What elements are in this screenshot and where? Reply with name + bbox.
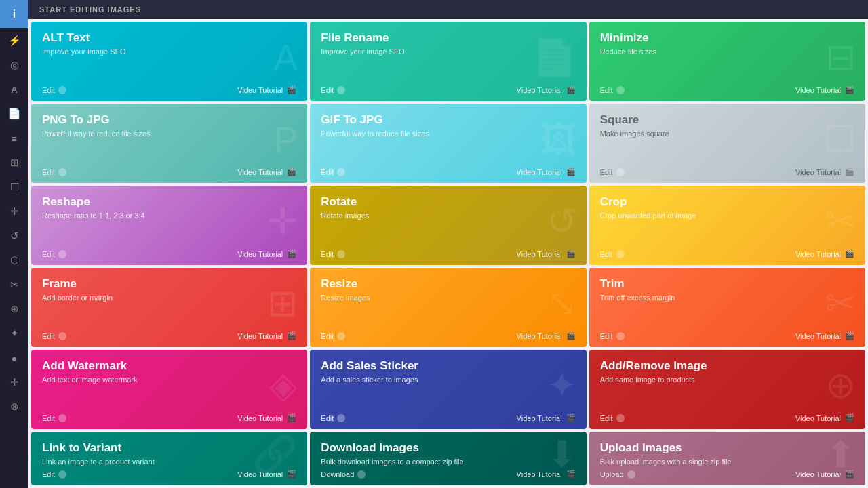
camera-icon: 🎬 bbox=[566, 470, 576, 479]
sidebar-item-frame[interactable]: ☐ bbox=[0, 175, 28, 199]
sidebar-item-grid[interactable]: ⊞ bbox=[0, 150, 28, 175]
card-resize[interactable]: ⤡ Resize Resize images Edit Video Tutori… bbox=[310, 268, 586, 347]
sidebar-item-list[interactable]: ≡ bbox=[0, 126, 28, 150]
edit-link[interactable]: Edit bbox=[321, 250, 345, 258]
edit-link[interactable]: Edit bbox=[321, 168, 345, 176]
edit-link[interactable]: Download bbox=[321, 470, 366, 479]
video-tutorial-link[interactable]: Video Tutorial 🎬 bbox=[237, 413, 296, 422]
video-tutorial-link[interactable]: Video Tutorial 🎬 bbox=[795, 85, 854, 94]
edit-link[interactable]: Edit bbox=[600, 332, 625, 340]
sidebar-item-combine[interactable]: ⊕ bbox=[0, 297, 28, 321]
card-alt-text[interactable]: A ALT Text Improve your image SEO Edit V… bbox=[31, 22, 307, 101]
camera-icon: 🎬 bbox=[287, 470, 296, 479]
edit-link[interactable]: Edit bbox=[42, 250, 66, 258]
camera-icon: 🎬 bbox=[287, 249, 296, 258]
card-png-to-jpg[interactable]: P PNG To JPG Powerful way to reduce file… bbox=[31, 104, 307, 183]
card-trim[interactable]: ✂ Trim Trim off excess margin Edit Video… bbox=[589, 268, 865, 347]
card-link-to-variant[interactable]: 🔗 Link to Variant Link an image to a pro… bbox=[31, 432, 307, 485]
video-label: Video Tutorial bbox=[237, 470, 283, 479]
edit-link[interactable]: Edit bbox=[321, 332, 345, 340]
camera-icon: 🎬 bbox=[845, 331, 854, 340]
card-add-remove-image[interactable]: ⊕ Add/Remove Image Add same image to pro… bbox=[589, 350, 865, 429]
card-add-sales-sticker[interactable]: ✦ Add Sales Sticker Add a sales sticker … bbox=[310, 350, 586, 429]
sidebar-item-scissors[interactable]: ✂ bbox=[0, 272, 28, 297]
card-reshape[interactable]: ✛ Reshape Reshape ratio to 1:1, 2:3 or 3… bbox=[31, 186, 307, 265]
card-gif-to-jpg[interactable]: 🖼 GIF To JPG Powerful way to reduce file… bbox=[310, 104, 586, 183]
video-tutorial-link[interactable]: Video Tutorial 🎬 bbox=[795, 470, 854, 479]
video-tutorial-link[interactable]: Video Tutorial 🎬 bbox=[517, 413, 576, 422]
edit-icon bbox=[357, 470, 366, 479]
video-tutorial-link[interactable]: Video Tutorial 🎬 bbox=[517, 167, 576, 176]
video-tutorial-link[interactable]: Video Tutorial 🎬 bbox=[237, 167, 296, 176]
sidebar-item-rotate[interactable]: ↺ bbox=[0, 224, 28, 248]
edit-label: Edit bbox=[321, 168, 334, 176]
edit-icon bbox=[337, 86, 345, 94]
card-minimize[interactable]: ⊟ Minimize Reduce file sizes Edit Video … bbox=[589, 22, 865, 101]
card-title: Resize bbox=[321, 277, 575, 291]
edit-label: Edit bbox=[600, 250, 613, 258]
edit-link[interactable]: Edit bbox=[42, 414, 66, 422]
sidebar-item-plus[interactable]: ✛ bbox=[0, 370, 28, 394]
edit-link[interactable]: Edit bbox=[600, 414, 625, 422]
camera-icon: 🎬 bbox=[845, 413, 854, 422]
edit-link[interactable]: Edit bbox=[42, 470, 66, 479]
card-subtitle: Powerful way to reduce file sizes bbox=[42, 129, 296, 138]
card-file-rename[interactable]: 📄 File Rename Improve your image SEO Edi… bbox=[310, 22, 586, 101]
card-footer: Edit Video Tutorial 🎬 bbox=[600, 249, 854, 258]
card-crop[interactable]: ✂ Crop Crop unwanted part of image Edit … bbox=[589, 186, 865, 265]
edit-label: Edit bbox=[321, 332, 334, 340]
video-tutorial-link[interactable]: Video Tutorial 🎬 bbox=[237, 85, 296, 94]
sidebar-item-star[interactable]: ✦ bbox=[0, 321, 28, 346]
sidebar: i ⚡ ◎ A 📄 ≡ ⊞ ☐ ✛ ↺ ⬡ ✂ ⊕ ✦ ● ✛ ⊗ bbox=[0, 0, 28, 488]
sidebar-item-page[interactable]: 📄 bbox=[0, 102, 28, 126]
edit-link[interactable]: Edit bbox=[42, 168, 66, 176]
sidebar-item-shape[interactable]: ⬡ bbox=[0, 248, 28, 272]
video-tutorial-link[interactable]: Video Tutorial 🎬 bbox=[795, 413, 854, 422]
video-tutorial-link[interactable]: Video Tutorial 🎬 bbox=[237, 470, 296, 479]
edit-link[interactable]: Upload bbox=[600, 470, 635, 479]
video-tutorial-link[interactable]: Video Tutorial 🎬 bbox=[517, 331, 576, 340]
page-title: START EDITING IMAGES bbox=[39, 5, 141, 14]
video-tutorial-link[interactable]: Video Tutorial 🎬 bbox=[795, 167, 854, 176]
video-label: Video Tutorial bbox=[795, 470, 841, 479]
video-tutorial-link[interactable]: Video Tutorial 🎬 bbox=[517, 249, 576, 258]
card-title: ALT Text bbox=[42, 31, 296, 45]
edit-link[interactable]: Edit bbox=[42, 332, 66, 340]
camera-icon: 🎬 bbox=[566, 167, 576, 176]
sidebar-item-circle[interactable]: ● bbox=[0, 346, 28, 370]
card-footer: Edit Video Tutorial 🎬 bbox=[600, 331, 854, 340]
card-footer: Edit Video Tutorial 🎬 bbox=[600, 413, 854, 422]
video-tutorial-link[interactable]: Video Tutorial 🎬 bbox=[237, 249, 296, 258]
sidebar-item-flash[interactable]: ⚡ bbox=[0, 28, 28, 53]
camera-icon: 🎬 bbox=[845, 167, 854, 176]
card-upload-images[interactable]: ⬆ Upload Images Bulk upload images with … bbox=[589, 432, 865, 485]
card-download-images[interactable]: ⬇ Download Images Bulk download images t… bbox=[310, 432, 586, 485]
card-frame[interactable]: ⊞ Frame Add border or margin Edit Video … bbox=[31, 268, 307, 347]
sidebar-item-add[interactable]: ✛ bbox=[0, 199, 28, 224]
sidebar-item-target[interactable]: ◎ bbox=[0, 53, 28, 77]
edit-label: Download bbox=[321, 470, 354, 479]
sidebar-logo[interactable]: i bbox=[0, 0, 28, 28]
edit-link[interactable]: Edit bbox=[600, 168, 625, 176]
edit-label: Edit bbox=[321, 86, 334, 94]
edit-link[interactable]: Edit bbox=[321, 86, 345, 94]
video-tutorial-link[interactable]: Video Tutorial 🎬 bbox=[237, 331, 296, 340]
video-tutorial-link[interactable]: Video Tutorial 🎬 bbox=[517, 470, 576, 479]
card-rotate[interactable]: ↺ Rotate Rotate images Edit Video Tutori… bbox=[310, 186, 586, 265]
video-tutorial-link[interactable]: Video Tutorial 🎬 bbox=[795, 249, 854, 258]
edit-link[interactable]: Edit bbox=[600, 250, 625, 258]
sidebar-item-text[interactable]: A bbox=[0, 77, 28, 102]
edit-link[interactable]: Edit bbox=[42, 86, 66, 94]
video-tutorial-link[interactable]: Video Tutorial 🎬 bbox=[517, 85, 576, 94]
edit-icon bbox=[58, 86, 66, 94]
edit-link[interactable]: Edit bbox=[600, 86, 625, 94]
card-footer: Edit Video Tutorial 🎬 bbox=[600, 167, 854, 176]
card-title: Link to Variant bbox=[42, 441, 296, 455]
edit-link[interactable]: Edit bbox=[321, 414, 345, 422]
edit-icon bbox=[58, 168, 66, 176]
card-add-watermark[interactable]: ◈ Add Watermark Add text or image waterm… bbox=[31, 350, 307, 429]
card-square[interactable]: ☐ Square Make images square Edit Video T… bbox=[589, 104, 865, 183]
card-footer: Edit Video Tutorial 🎬 bbox=[42, 85, 296, 94]
video-tutorial-link[interactable]: Video Tutorial 🎬 bbox=[795, 331, 854, 340]
sidebar-item-x[interactable]: ⊗ bbox=[0, 394, 28, 419]
